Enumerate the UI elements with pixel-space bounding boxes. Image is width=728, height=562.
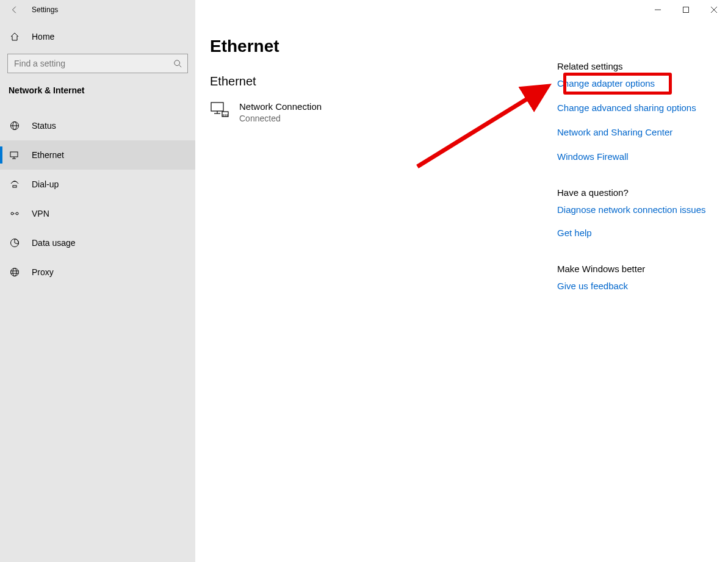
home-icon: [9, 31, 21, 43]
proxy-icon: [9, 266, 21, 278]
titlebar: Settings: [0, 0, 728, 20]
sidebar-item-ethernet[interactable]: Ethernet: [0, 140, 195, 170]
page-title: Ethernet: [210, 37, 545, 56]
data-usage-icon: [9, 237, 21, 249]
sidebar-item-data-usage[interactable]: Data usage: [0, 228, 195, 258]
svg-rect-9: [10, 152, 18, 157]
sidebar-item-label: Status: [32, 121, 56, 131]
sidebar-item-label: Proxy: [32, 267, 54, 277]
link-give-feedback[interactable]: Give us feedback: [557, 280, 710, 292]
sidebar-item-proxy[interactable]: Proxy: [0, 258, 195, 287]
search-icon: [168, 59, 187, 68]
connection-icon: [210, 101, 229, 120]
sidebar-group-header: Network & Internet: [0, 73, 195, 103]
main-content: Ethernet Ethernet Network Connection: [195, 20, 728, 562]
minimize-button[interactable]: [644, 0, 672, 20]
link-windows-firewall[interactable]: Windows Firewall: [557, 151, 710, 163]
question-title: Have a question?: [557, 187, 710, 198]
sidebar-item-dialup[interactable]: Dial-up: [0, 170, 195, 199]
sidebar-item-label: Dial-up: [32, 179, 59, 189]
dialup-icon: [9, 178, 21, 190]
svg-point-14: [16, 212, 18, 215]
svg-rect-12: [13, 186, 16, 187]
close-button[interactable]: [700, 0, 728, 20]
window-title: Settings: [32, 5, 58, 14]
svg-line-5: [179, 65, 182, 68]
connection-name: Network Connection: [239, 101, 322, 113]
maximize-button[interactable]: [672, 0, 700, 20]
status-icon: [9, 120, 21, 132]
back-button[interactable]: [0, 0, 29, 20]
sidebar-item-label: VPN: [32, 209, 49, 218]
home-label: Home: [32, 32, 54, 41]
section-title: Ethernet: [210, 74, 545, 88]
svg-point-13: [11, 212, 13, 215]
link-change-adapter-options[interactable]: Change adapter options: [557, 77, 710, 90]
search-box[interactable]: [7, 54, 188, 73]
link-diagnose-network[interactable]: Diagnose network connection issues: [557, 204, 710, 216]
svg-point-4: [175, 60, 180, 66]
sidebar-item-label: Data usage: [32, 238, 76, 248]
svg-point-17: [11, 268, 19, 276]
right-panel: Related settings Change adapter options …: [557, 37, 710, 562]
link-change-advanced-sharing[interactable]: Change advanced sharing options: [557, 102, 710, 114]
link-network-sharing-center[interactable]: Network and Sharing Center: [557, 126, 710, 139]
connection-item[interactable]: Network Connection Connected: [210, 99, 545, 125]
window-controls: [644, 0, 728, 20]
related-settings-title: Related settings: [557, 61, 710, 71]
search-input[interactable]: [8, 59, 168, 68]
svg-rect-1: [683, 7, 689, 13]
better-title: Make Windows better: [557, 264, 710, 274]
svg-point-18: [13, 268, 16, 276]
sidebar: Home Network & Internet Status: [0, 20, 195, 562]
connection-status: Connected: [239, 113, 322, 124]
svg-rect-21: [211, 103, 223, 111]
link-get-help[interactable]: Get help: [557, 227, 710, 239]
sidebar-item-status[interactable]: Status: [0, 111, 195, 140]
home-button[interactable]: Home: [0, 22, 195, 51]
sidebar-item-vpn[interactable]: VPN: [0, 199, 195, 228]
ethernet-icon: [9, 149, 21, 161]
sidebar-item-label: Ethernet: [32, 150, 64, 160]
vpn-icon: [9, 207, 21, 220]
